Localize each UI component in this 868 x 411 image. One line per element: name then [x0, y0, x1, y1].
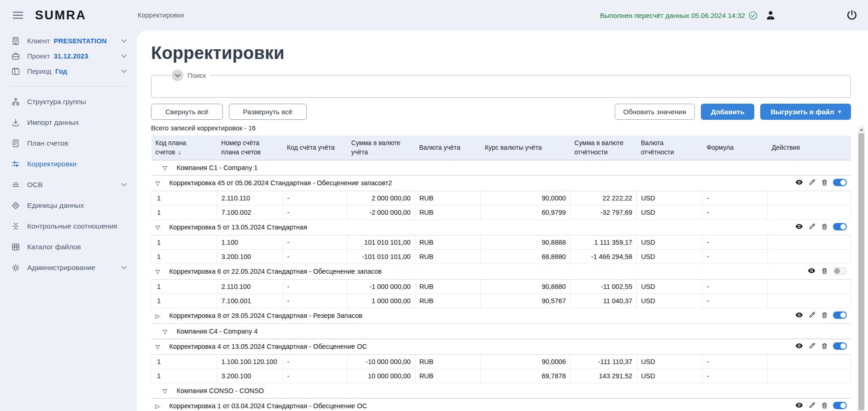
search-input[interactable]	[157, 81, 847, 93]
collapse-triangle-icon[interactable]: ▽	[156, 224, 163, 231]
delete-adjustment-button[interactable]	[821, 401, 828, 410]
logout-power-icon[interactable]	[846, 9, 858, 21]
column-header-accounting-code[interactable]: Код счёта учёта	[283, 135, 347, 160]
cell: RUB	[415, 249, 481, 264]
menu-hamburger-icon[interactable]	[11, 10, 25, 21]
breadcrumb[interactable]: Корректировки	[138, 12, 184, 19]
delete-adjustment-button[interactable]	[821, 311, 828, 319]
cell: -	[702, 369, 767, 383]
view-adjustment-button[interactable]	[795, 311, 804, 319]
collapse-triangle-icon[interactable]: ▽	[156, 268, 163, 275]
cell: 90,0000	[481, 191, 570, 205]
sidebar-item-1[interactable]: Импорт данных	[0, 112, 137, 133]
export-to-file-button[interactable]: Выгрузить в файл ▾	[760, 104, 851, 120]
topbar-right: Выполнен пересчёт данных 05.06.2024 14:3…	[600, 9, 868, 21]
table-scrollbar[interactable]	[858, 126, 865, 411]
collapse-triangle-icon[interactable]: ▽	[156, 180, 163, 187]
collapse-all-button[interactable]: Свернуть всё	[151, 104, 223, 120]
adjustment-line-row: 11.100.100.120.100--10 000 000,00RUB90,0…	[151, 354, 851, 369]
cell: -	[283, 279, 347, 294]
sidebar-context-2[interactable]: Период Год	[0, 64, 137, 79]
adjustment-active-toggle[interactable]	[833, 402, 847, 409]
adjustment-line-row: 11.100-101 010 101,00RUB90,88881 111 359…	[151, 235, 851, 249]
edit-adjustment-button[interactable]	[808, 342, 816, 350]
adjustment-active-toggle[interactable]	[833, 267, 847, 275]
sidebar-item-4[interactable]: ОСВ	[0, 174, 137, 195]
cell: 1.100.100.120.100	[217, 354, 283, 369]
column-header-rate[interactable]: Курс валюты учёта	[481, 135, 570, 160]
adjustment-row[interactable]: ▷ Корректировка 8 от 28.05.2024 Стандарт…	[151, 308, 851, 323]
sort-desc-icon[interactable]: ↓	[178, 148, 181, 156]
view-adjustment-button[interactable]	[795, 341, 804, 350]
adjustment-active-toggle[interactable]	[833, 342, 847, 350]
company-group-row[interactable]: ▽ Компания C1 - Company 1	[151, 160, 851, 175]
sidebar-item-6[interactable]: Контрольные соотношения	[0, 216, 137, 236]
chart-of-accounts-icon	[10, 139, 21, 148]
adjustment-row[interactable]: ▽ Корректировка 45 от 05.06.2024 Стандар…	[151, 175, 851, 191]
dropdown-caret-icon: ▾	[838, 109, 841, 115]
cell: -	[283, 249, 347, 264]
view-adjustment-button[interactable]	[795, 401, 804, 410]
cell: 1.100	[217, 235, 283, 249]
sidebar-item-8[interactable]: Администрирование	[0, 257, 137, 278]
user-profile-icon[interactable]	[765, 10, 776, 21]
adjustment-row[interactable]: ▽ Корректировка 6 от 22.05.2024 Стандарт…	[151, 264, 851, 279]
collapse-triangle-icon[interactable]: ▽	[163, 328, 170, 335]
adjustment-active-toggle[interactable]	[833, 179, 847, 186]
expand-triangle-icon[interactable]: ▷	[156, 403, 163, 410]
expand-triangle-icon[interactable]: ▷	[156, 312, 163, 319]
view-adjustment-button[interactable]	[795, 178, 804, 187]
edit-adjustment-button[interactable]	[808, 223, 816, 230]
delete-adjustment-button[interactable]	[821, 342, 828, 350]
column-header-amount-accounting[interactable]: Сумма в валюте учёта	[347, 135, 415, 160]
refresh-values-button[interactable]: Обновить значения	[615, 104, 695, 120]
collapse-triangle-icon[interactable]: ▽	[156, 343, 163, 350]
column-header-amount-reporting[interactable]: Сумма в валюте отчётности	[570, 135, 636, 160]
column-header-account-number[interactable]: Номер счёта плана счетов	[217, 135, 283, 160]
column-header-formula[interactable]: Формула	[702, 135, 767, 160]
cell: 7.100.001	[217, 294, 283, 308]
view-adjustment-button[interactable]	[795, 222, 804, 231]
expand-all-button[interactable]: Развернуть всё	[229, 104, 307, 120]
delete-adjustment-button[interactable]	[821, 178, 828, 187]
scrollbar-thumb[interactable]	[858, 133, 864, 410]
view-adjustment-button[interactable]	[807, 266, 816, 275]
sidebar-item-3[interactable]: Корректировки	[0, 153, 137, 174]
adjustment-active-toggle[interactable]	[833, 311, 847, 319]
collapse-triangle-icon[interactable]: ▽	[163, 388, 170, 394]
cell: 3.200.100	[217, 249, 283, 264]
calendar-icon	[10, 67, 21, 76]
sidebar-item-0[interactable]: Структура группы	[0, 91, 137, 112]
adjustment-row[interactable]: ▷ Корректировка 1 от 03.04.2024 Стандарт…	[151, 398, 851, 411]
delete-adjustment-button[interactable]	[821, 223, 828, 231]
edit-adjustment-button[interactable]	[808, 311, 816, 319]
adjustment-line-row: 12.110.110-2 000 000,00RUB90,000022 222,…	[151, 191, 851, 205]
sidebar-context-0[interactable]: Клиент PRESENTATION	[0, 33, 137, 48]
cell: 2 000 000,00	[347, 191, 415, 205]
sidebar-item-7[interactable]: Каталог файлов	[0, 236, 137, 257]
adjustment-label: Корректировка 4 от 13.05.2024 Стандартна…	[169, 343, 367, 350]
sidebar-item-2[interactable]: План счетов	[0, 133, 137, 153]
column-header-currency-accounting[interactable]: Валюта учёта	[415, 135, 481, 160]
column-header-currency-reporting[interactable]: Валюта отчётности	[637, 135, 703, 160]
cell: 1	[151, 191, 217, 205]
add-button[interactable]: Добавить	[701, 104, 755, 120]
check-circle-icon	[748, 11, 758, 20]
cell: 143 291,52	[570, 369, 636, 383]
company-group-row[interactable]: ▽ Компания CONSO - CONSO	[151, 383, 851, 398]
adjustment-row[interactable]: ▽ Корректировка 5 от 13.05.2024 Стандарт…	[151, 219, 851, 235]
adjustment-row[interactable]: ▽ Корректировка 4 от 13.05.2024 Стандарт…	[151, 339, 851, 354]
column-header-plan-code[interactable]: Код плана счетов↓	[151, 135, 217, 160]
adjustment-active-toggle[interactable]	[833, 223, 847, 230]
records-total: Всего записей корректировок - 16	[151, 124, 851, 132]
cell: 7.100.002	[217, 205, 283, 219]
company-group-row[interactable]: ▽ Компания C4 - Company 4	[151, 323, 851, 339]
sidebar-item-5[interactable]: Единицы данных	[0, 195, 137, 216]
edit-adjustment-button[interactable]	[808, 401, 816, 409]
delete-adjustment-button[interactable]	[821, 267, 828, 275]
scrollbar-up-arrow[interactable]	[858, 126, 865, 133]
edit-adjustment-button[interactable]	[808, 178, 816, 186]
sidebar-context-1[interactable]: Проект 31.12.2023	[0, 48, 137, 64]
collapse-triangle-icon[interactable]: ▽	[163, 164, 170, 171]
search-options-chevron-icon[interactable]	[172, 70, 183, 81]
